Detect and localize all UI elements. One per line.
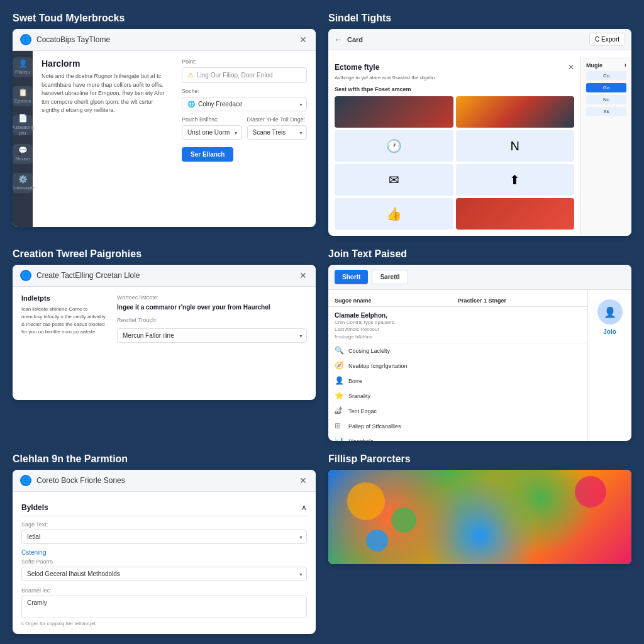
panel-close-icon[interactable]: ✕ xyxy=(568,63,574,72)
card-top-right: ← Card C Export Ectome ftyle ✕ Asthinge … xyxy=(328,29,631,236)
close-button-5[interactable]: ✕ xyxy=(298,475,308,486)
card4-content: Sugce nname Practicer 1 Stnger Clamate E… xyxy=(328,290,631,441)
list-section-neatitop[interactable]: 🧭 Neatitop Icngrfgertation xyxy=(328,358,587,374)
list-section-bisetrhals[interactable]: 📊 Bisetrhals xyxy=(328,434,587,441)
side-pairs-select-wrap: Selod Geceral Ihaust Methodolds xyxy=(21,567,307,581)
image-3[interactable]: 🕐 xyxy=(335,130,453,162)
right-item-sk[interactable]: Sk xyxy=(586,107,626,116)
card-mid-right: Shortt Sarettl Sugce nname Practicer 1 S… xyxy=(328,265,631,441)
globe-icon-3 xyxy=(20,270,31,281)
card2-right-panel: Mugie › Co Ga Nc Sk xyxy=(581,57,631,236)
section-mid-left: Creation Twreel Paigrohies Create TactEl… xyxy=(13,248,316,441)
section-title-mid-left: Creation Twreel Paigrohies xyxy=(13,248,316,260)
warn-label: Wortoec listcote: xyxy=(117,294,307,301)
image-7[interactable]: 👍 xyxy=(335,198,453,230)
list-section-text-5: Paliep of Stfcanallies xyxy=(348,423,401,430)
date-range-label: Diaster YHle Toil Dnge: xyxy=(247,116,308,123)
sidebar-item-pubs[interactable]: 📄 Pulblatons pfu xyxy=(13,115,33,135)
card-topbar-1: CocatoBips TayTIome ✕ xyxy=(13,29,316,51)
shape-text-value: Ietlal xyxy=(27,533,40,540)
section-title-mid-right: Join Text Paised xyxy=(328,248,631,260)
accordion-header[interactable]: Byldels ∧ xyxy=(21,499,307,516)
date-range-select[interactable]: Scane Treis xyxy=(247,125,308,140)
sidebar-item-profile[interactable]: 👤 Plaliou xyxy=(13,57,33,77)
form-right-section: Point: ⚠ Ling Our Filiop, Door Eniod Soc… xyxy=(182,51,316,227)
close-button-3[interactable]: ✕ xyxy=(298,270,308,280)
sidebar-item-coan[interactable]: ⚙️ Coanswple xyxy=(13,173,33,193)
border-textarea[interactable]: Cramly xyxy=(21,596,307,618)
image-6[interactable]: ⬆ xyxy=(456,164,575,196)
right-item-nc[interactable]: Nc xyxy=(586,95,626,104)
card4-list: Sugce nname Practicer 1 Stnger Clamate E… xyxy=(328,290,587,441)
shape-text-select[interactable]: Ietlal xyxy=(21,530,307,544)
search-basis-col: Pouch Bsllhsc: Unst one Uorm xyxy=(182,116,242,145)
topbar-title-3: Create TactElling Crcetan Llole xyxy=(36,271,140,280)
export-button[interactable]: C Export xyxy=(589,33,625,46)
tent-list-icon: 🏕 xyxy=(335,406,345,416)
card2-navigation: ← Card C Export xyxy=(328,29,631,50)
search-basis-value: Unst one Uorm xyxy=(187,129,230,136)
result-select-wrap: Mercun Fallor iline xyxy=(117,328,307,343)
section-title-bot-left: Clehlan 9n the Parmtion xyxy=(13,453,316,465)
tab-sarettl[interactable]: Sarettl xyxy=(372,270,408,284)
back-arrow-icon[interactable]: ← xyxy=(335,35,342,44)
nav-card-label: Card xyxy=(347,36,363,43)
search-basis-select[interactable]: Unst one Uorm xyxy=(182,125,242,140)
accordion-title: Byldels xyxy=(21,503,48,512)
close-button-1[interactable]: ✕ xyxy=(298,35,308,45)
list-section-borre[interactable]: 👤 Borre xyxy=(328,374,587,389)
topbar-title-1: CocatoBips TayTIome xyxy=(36,35,110,44)
right-item-ga[interactable]: Ga xyxy=(586,83,626,92)
list-section-paliep[interactable]: ⊞ Paliep of Stfcanallies xyxy=(328,419,587,434)
section-title-top-left: Swet Toud Mylerbrocks xyxy=(13,13,316,24)
panel-description: Asthinge tn yof atare and Ssastrst the d… xyxy=(335,74,574,81)
sidebar-nav: 👤 Plaliou 📋 Epasos 📄 Pulblatons pfu 💬 No… xyxy=(13,51,33,227)
image-1[interactable] xyxy=(335,96,453,128)
accordion-up-icon: ∧ xyxy=(301,503,307,512)
side-pairs-select[interactable]: Selod Geceral Ihaust Methodolds xyxy=(21,567,307,581)
card4-tab-bar: Shortt Sarettl xyxy=(328,265,631,290)
card-mid-left: Create TactElling Crcetan Llole ✕ Indlet… xyxy=(13,265,316,400)
section-title-top-right: Sindel Tights xyxy=(328,13,631,24)
image-2[interactable] xyxy=(456,96,575,128)
topbar-left-1: CocatoBips TayTIome xyxy=(20,34,110,45)
right-item-co[interactable]: Co xyxy=(586,71,626,80)
search-button[interactable]: Ser Ellanch xyxy=(182,147,233,162)
date-range-value: Scane Treis xyxy=(253,129,286,136)
tab-shortt[interactable]: Shortt xyxy=(335,270,368,284)
image-4[interactable]: N xyxy=(456,130,575,162)
topbar-left-5: Coreto Bock Friorle Sones xyxy=(20,475,125,486)
source-select[interactable]: 🌐 Colny Freedace xyxy=(182,97,307,111)
search-basis-select-wrap: Unst one Uorm xyxy=(182,125,242,140)
search-list-icon: 🔍 xyxy=(335,346,345,356)
section-bot-right: Fillisp Parorcters xyxy=(328,453,631,634)
sidebar-item-epasos[interactable]: 📋 Epasos xyxy=(13,86,33,106)
card-top-left: CocatoBips TayTIome ✕ 👤 Plaliou 📋 Epasos… xyxy=(13,29,316,227)
cstening-link[interactable]: Cstening xyxy=(21,549,307,556)
card-topbar-5: Coreto Bock Friorle Sones ✕ xyxy=(13,470,316,492)
list-section-text-2: Borre xyxy=(348,378,362,384)
list-section-text-6: Bisetrhals xyxy=(348,438,374,441)
border-note: c Orger for copping tter tethinrgel. xyxy=(21,621,307,626)
point-input[interactable]: ⚠ Ling Our Filiop, Door Eniod xyxy=(182,67,307,83)
image-5[interactable]: ✉ xyxy=(335,164,453,196)
border-value: Cramly xyxy=(27,599,47,606)
result-select[interactable]: Mercun Fallor iline xyxy=(117,328,307,343)
result-label: Resrltet Trouch: xyxy=(117,317,307,323)
decorative-circle-3 xyxy=(575,476,606,508)
card3-left-section: Indletpts Ican listcate shthene Come to … xyxy=(21,294,109,392)
list-section-sranality[interactable]: ⭐ Sranality xyxy=(328,389,587,404)
side-pairs-value: Selod Geceral Ihaust Methodolds xyxy=(27,570,120,577)
list-section-coosing[interactable]: 🔍 Coosing Laclelty xyxy=(328,343,587,358)
card2-body: Ectome ftyle ✕ Asthinge tn yof atare and… xyxy=(328,57,631,236)
card5-body: Byldels ∧ Sage Text: Ietlal Cstening Sof… xyxy=(13,492,316,634)
right-panel-title: Mugie › xyxy=(586,62,626,69)
image-8[interactable] xyxy=(456,198,575,230)
right-panel-chevron[interactable]: › xyxy=(625,62,626,69)
sidebar-item-nouso[interactable]: 💬 Nouso xyxy=(13,144,33,164)
decorative-circle-2 xyxy=(391,508,416,533)
list-item-0[interactable]: Clamate Eelphon, Chin Contral type opape… xyxy=(328,309,587,343)
join-avatar: 👤 xyxy=(597,299,623,325)
card3-body: Indletpts Ican listcate shthene Come to … xyxy=(13,287,316,400)
list-section-tent[interactable]: 🏕 Tent Eogac xyxy=(328,404,587,419)
